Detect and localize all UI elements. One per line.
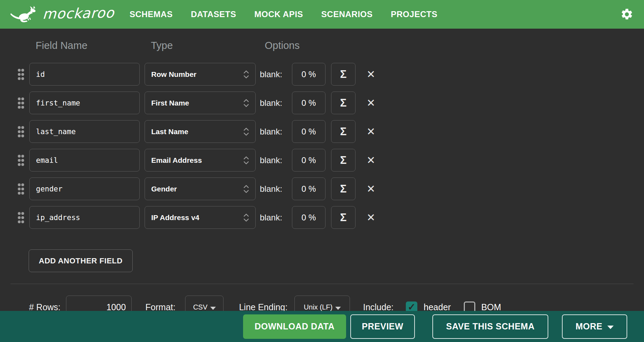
drag-handle-icon[interactable] bbox=[16, 183, 26, 195]
nav-item-schemas[interactable]: SCHEMAS bbox=[130, 9, 173, 19]
field-row-ip-address: IP Address v4 blank: Σ ✕ bbox=[16, 206, 634, 229]
field-row-first-name: First Name blank: Σ ✕ bbox=[16, 92, 634, 114]
caret-down-icon bbox=[607, 326, 614, 329]
remove-field-button[interactable]: ✕ bbox=[365, 155, 377, 166]
download-data-button[interactable]: DOWNLOAD DATA bbox=[243, 314, 346, 339]
checkmark-icon: ✓ bbox=[408, 303, 416, 312]
preview-button[interactable]: PREVIEW bbox=[350, 314, 415, 339]
save-schema-button[interactable]: SAVE THIS SCHEMA bbox=[432, 314, 548, 339]
formula-button[interactable]: Σ bbox=[331, 177, 356, 200]
nav-item-datasets[interactable]: DATASETS bbox=[191, 9, 236, 19]
remove-field-button[interactable]: ✕ bbox=[365, 98, 377, 108]
mockaroo-logo[interactable]: mockaroo bbox=[10, 5, 114, 23]
x-icon: ✕ bbox=[366, 126, 375, 137]
remove-field-button[interactable]: ✕ bbox=[365, 126, 377, 137]
x-icon: ✕ bbox=[366, 212, 375, 223]
header-field-name: Field Name bbox=[29, 40, 145, 52]
format-value: CSV bbox=[193, 303, 207, 311]
brand-wordmark: mockaroo bbox=[42, 6, 115, 23]
nav-menu: SCHEMAS DATASETS MOCK APIS SCENARIOS PRO… bbox=[130, 9, 437, 19]
blank-percent-input[interactable] bbox=[292, 92, 325, 114]
unfold-icon bbox=[243, 70, 250, 79]
blank-label: blank: bbox=[260, 213, 288, 223]
caret-down-icon bbox=[210, 307, 216, 310]
x-icon: ✕ bbox=[366, 183, 375, 195]
field-type-select[interactable]: Email Address bbox=[145, 149, 256, 172]
field-type-select[interactable]: Row Number bbox=[145, 63, 256, 86]
field-name-input[interactable] bbox=[29, 177, 140, 200]
field-type-value: Gender bbox=[151, 185, 243, 193]
field-name-input[interactable] bbox=[29, 206, 140, 229]
blank-percent-input[interactable] bbox=[292, 177, 325, 200]
sigma-icon: Σ bbox=[340, 125, 347, 138]
nav-item-scenarios[interactable]: SCENARIOS bbox=[321, 9, 373, 19]
sigma-icon: Σ bbox=[340, 211, 347, 224]
unfold-icon bbox=[243, 155, 250, 165]
drag-handle-icon[interactable] bbox=[16, 154, 26, 167]
header-options: Options bbox=[260, 40, 300, 52]
blank-label: blank: bbox=[260, 98, 288, 108]
field-name-input[interactable] bbox=[29, 120, 140, 143]
unfold-icon bbox=[243, 127, 250, 137]
gear-icon bbox=[620, 8, 634, 21]
blank-percent-input[interactable] bbox=[292, 206, 325, 229]
field-row-last-name: Last Name blank: Σ ✕ bbox=[16, 120, 634, 143]
field-type-value: Row Number bbox=[151, 70, 243, 79]
formula-button[interactable]: Σ bbox=[331, 92, 356, 114]
nav-item-mock-apis[interactable]: MOCK APIS bbox=[254, 9, 303, 19]
column-headers: Field Name Type Options bbox=[16, 40, 634, 52]
formula-button[interactable]: Σ bbox=[331, 149, 356, 172]
remove-field-button[interactable]: ✕ bbox=[365, 69, 377, 80]
schema-editor: Field Name Type Options Row Number blank… bbox=[0, 29, 644, 319]
field-type-select[interactable]: IP Address v4 bbox=[145, 206, 256, 229]
settings-button[interactable] bbox=[620, 8, 634, 21]
field-type-value: IP Address v4 bbox=[151, 213, 243, 222]
add-another-field-button[interactable]: ADD ANOTHER FIELD bbox=[29, 249, 133, 272]
blank-percent-input[interactable] bbox=[292, 63, 325, 86]
sigma-icon: Σ bbox=[340, 68, 347, 80]
field-row-gender: Gender blank: Σ ✕ bbox=[16, 177, 634, 200]
field-type-select[interactable]: Gender bbox=[145, 177, 256, 200]
sigma-icon: Σ bbox=[340, 97, 347, 109]
more-label: MORE bbox=[576, 321, 602, 332]
blank-label: blank: bbox=[260, 127, 288, 137]
action-bar: DOWNLOAD DATA PREVIEW SAVE THIS SCHEMA M… bbox=[0, 311, 644, 342]
drag-handle-icon[interactable] bbox=[16, 97, 26, 109]
unfold-icon bbox=[243, 213, 250, 223]
field-row-id: Row Number blank: Σ ✕ bbox=[16, 63, 634, 86]
drag-handle-icon[interactable] bbox=[16, 125, 26, 138]
field-type-select[interactable]: Last Name bbox=[145, 120, 256, 143]
sigma-icon: Σ bbox=[340, 183, 347, 195]
blank-label: blank: bbox=[260, 70, 288, 79]
x-icon: ✕ bbox=[366, 154, 375, 166]
x-icon: ✕ bbox=[366, 97, 375, 109]
sigma-icon: Σ bbox=[340, 154, 347, 166]
x-icon: ✕ bbox=[366, 68, 375, 80]
blank-label: blank: bbox=[260, 155, 288, 165]
blank-percent-input[interactable] bbox=[292, 149, 325, 172]
field-type-value: First Name bbox=[151, 99, 243, 107]
field-name-input[interactable] bbox=[29, 92, 140, 114]
field-row-email: Email Address blank: Σ ✕ bbox=[16, 149, 634, 172]
unfold-icon bbox=[243, 98, 250, 108]
formula-button[interactable]: Σ bbox=[331, 120, 356, 143]
kangaroo-icon bbox=[10, 5, 39, 23]
header-type: Type bbox=[145, 40, 260, 52]
field-type-value: Last Name bbox=[151, 128, 243, 136]
more-button[interactable]: MORE bbox=[562, 314, 627, 339]
remove-field-button[interactable]: ✕ bbox=[365, 184, 377, 194]
field-name-input[interactable] bbox=[29, 149, 140, 172]
drag-handle-icon[interactable] bbox=[16, 211, 26, 224]
unfold-icon bbox=[243, 184, 250, 194]
formula-button[interactable]: Σ bbox=[331, 206, 356, 229]
remove-field-button[interactable]: ✕ bbox=[365, 212, 377, 223]
drag-handle-icon[interactable] bbox=[16, 68, 26, 81]
top-nav: mockaroo SCHEMAS DATASETS MOCK APIS SCEN… bbox=[0, 0, 644, 29]
field-name-input[interactable] bbox=[29, 63, 140, 86]
line-ending-value: Unix (LF) bbox=[304, 303, 332, 311]
blank-label: blank: bbox=[260, 184, 288, 194]
blank-percent-input[interactable] bbox=[292, 120, 325, 143]
nav-item-projects[interactable]: PROJECTS bbox=[391, 9, 437, 19]
field-type-select[interactable]: First Name bbox=[145, 92, 256, 114]
formula-button[interactable]: Σ bbox=[331, 63, 356, 86]
